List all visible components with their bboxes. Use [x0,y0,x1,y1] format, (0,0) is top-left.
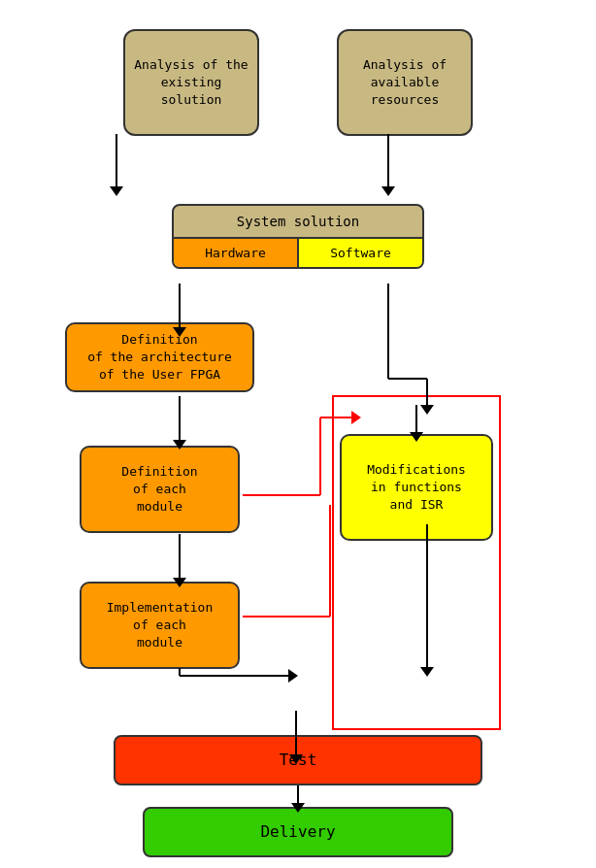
red-border-container: Modificationsin functionsand ISR [332,395,501,730]
delivery-label: Delivery [260,821,335,843]
analysis-existing-box: Analysis of the existing solution [123,29,259,136]
definition-module-label: Definitionof eachmodule [121,463,197,517]
analysis-existing-label: Analysis of the existing solution [133,56,249,110]
analysis-resources-box: Analysis of available resources [337,29,473,136]
modifications-box: Modificationsin functionsand ISR [340,434,493,541]
delivery-box: Delivery [143,807,453,857]
hardware-label: Hardware [174,239,299,267]
definition-architecture-box: Definitionof the architectureof the User… [65,322,254,392]
definition-architecture-label: Definitionof the architectureof the User… [87,331,232,384]
software-label: Software [299,239,422,267]
implementation-module-box: Implementationof eachmodule [80,582,240,669]
analysis-resources-label: Analysis of available resources [347,56,463,110]
system-solution-label: System solution [174,206,422,237]
definition-module-box: Definitionof eachmodule [80,446,240,533]
test-label: Test [280,750,317,771]
test-box: Test [114,735,482,785]
flowchart-diagram: Analysis of the existing solution Analys… [10,19,586,857]
system-solution-box: System solution Hardware Software [172,204,424,269]
modifications-label: Modificationsin functionsand ISR [367,461,466,515]
implementation-module-label: Implementationof eachmodule [107,599,214,652]
